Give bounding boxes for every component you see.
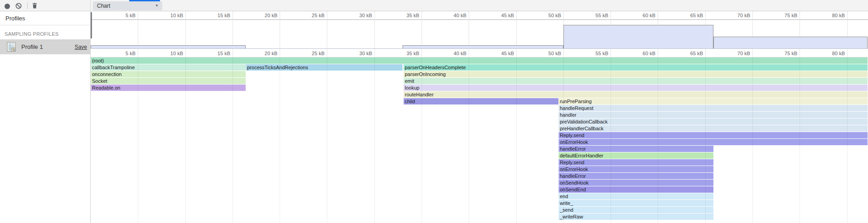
toolbar: Chart ▼ [0, 0, 868, 11]
ruler-tick-label: 25 kB [293, 13, 325, 18]
flame-frame[interactable]: child [403, 98, 558, 104]
sidebar-item-profile-1[interactable]: % Profile 1 Save [0, 39, 91, 54]
gridline [327, 20, 327, 48]
gridline [752, 11, 753, 20]
flame-frame[interactable]: write_ [558, 200, 713, 206]
toolbar-separator [27, 2, 28, 9]
ruler-tick-label: 75 kB [766, 51, 797, 56]
record-icon[interactable] [5, 4, 10, 9]
flame-frame[interactable]: runPreParsing [558, 98, 868, 104]
gridline [469, 49, 469, 57]
gridline [280, 20, 280, 48]
ruler-tick-label: 60 kB [624, 13, 655, 18]
flame-frame[interactable]: Reply.send [558, 132, 868, 138]
gridline [233, 57, 233, 223]
gridline [422, 20, 422, 48]
flame-frame[interactable]: handleError [558, 173, 713, 179]
gridline [185, 57, 186, 223]
sidebar: Profiles SAMPLING PROFILES % Profile 1 S… [0, 11, 91, 223]
gridline [327, 49, 327, 57]
gridline [800, 49, 800, 57]
flame-frame[interactable]: Socket [91, 78, 246, 84]
flame-frame[interactable]: routeHandler [403, 91, 868, 98]
flame-frame[interactable]: callbackTrampoline [91, 64, 246, 71]
gridline [800, 11, 800, 20]
flame-frame[interactable]: (root) [91, 57, 868, 64]
gridline [233, 11, 233, 20]
ruler-tick-label: 20 kB [246, 51, 277, 56]
ruler-tick-label: 50 kB [529, 51, 561, 56]
heap-profile-icon: % [7, 42, 16, 53]
profile-name: Profile 1 [21, 43, 43, 50]
flame-frame[interactable]: Reply.send [558, 159, 713, 166]
ruler-tick-label: 65 kB [671, 51, 703, 56]
flame-frame[interactable]: onErrorHook [558, 166, 713, 172]
save-profile-link[interactable]: Save [75, 44, 87, 50]
ruler-tick-label: 15 kB [199, 51, 230, 56]
overview-timeline[interactable] [91, 20, 868, 48]
overview-ruler: 5 kB10 kB15 kB20 kB25 kB30 kB35 kB40 kB4… [91, 11, 868, 20]
gridline [327, 11, 327, 20]
ruler-tick-label: 30 kB [340, 51, 372, 56]
flame-frame[interactable]: emit [403, 78, 868, 84]
ruler-tick-label: 45 kB [482, 51, 514, 56]
gridline [422, 49, 422, 57]
gridline [563, 57, 564, 223]
flame-frame[interactable]: onSendEnd [558, 186, 713, 193]
gridline [516, 49, 517, 57]
gridline [469, 11, 469, 20]
flame-frame[interactable]: processTicksAndRejections [246, 64, 402, 71]
view-mode-value: Chart [97, 1, 110, 10]
ruler-tick-label: 5 kB [104, 51, 136, 56]
flame-frame[interactable]: onErrorHook [558, 139, 868, 145]
gridline [374, 20, 375, 48]
ruler-tick-label: 65 kB [671, 13, 703, 18]
active-tab-indicator [129, 0, 160, 1]
dropdown-arrow-icon: ▼ [155, 1, 159, 10]
gridline [563, 11, 564, 20]
flame-frame[interactable]: _send [558, 207, 713, 213]
ruler-tick-label: 80 kB [813, 51, 845, 56]
flame-frame[interactable]: onconnection [91, 71, 246, 77]
gridline [422, 11, 422, 20]
gridline [280, 49, 280, 57]
flame-frame[interactable]: handleRequest [558, 105, 868, 111]
gridline [185, 11, 186, 20]
gridline [516, 20, 517, 48]
flame-frame[interactable]: handler [558, 112, 868, 118]
ruler-tick-label: 35 kB [388, 51, 419, 56]
gridline [374, 49, 375, 57]
flame-frame[interactable]: preHandlerCallback [558, 125, 868, 132]
gridline [185, 49, 186, 57]
flame-frame[interactable]: preValidationCallback [558, 119, 868, 125]
flame-frame[interactable]: handleError [558, 146, 713, 152]
gridline [138, 20, 138, 48]
clear-icon[interactable] [15, 3, 22, 11]
gridline [847, 49, 848, 57]
flame-frame[interactable]: defaultErrorHandler [558, 152, 713, 159]
ruler-tick-label: 40 kB [435, 51, 466, 56]
ruler-tick-label: 45 kB [482, 13, 514, 18]
ruler-tick-label: 25 kB [293, 51, 325, 56]
flame-frame[interactable]: Readable.on [91, 85, 246, 91]
ruler-tick-label: 55 kB [577, 13, 608, 18]
gridline [658, 49, 658, 57]
flame-chart: (root)callbackTrampolineprocessTicksAndR… [91, 57, 868, 223]
ruler-tick-label: 20 kB [246, 13, 277, 18]
ruler-tick-label: 80 kB [813, 13, 845, 18]
flame-frame[interactable]: parserOnHeadersComplete [403, 64, 868, 71]
overview-step [91, 45, 246, 48]
ruler-tick-label: 15 kB [199, 13, 230, 18]
gridline [138, 57, 138, 223]
trash-icon[interactable] [31, 2, 38, 11]
flame-frame[interactable]: onSendHook [558, 180, 713, 186]
detail-ruler: 5 kB10 kB15 kB20 kB25 kB30 kB35 kB40 kB4… [91, 48, 868, 57]
flame-frame[interactable]: parserOnIncoming [403, 71, 868, 77]
overview-left-handle[interactable] [91, 12, 92, 38]
flame-frame[interactable]: end [558, 193, 713, 199]
gridline [233, 20, 233, 48]
view-mode-select[interactable]: Chart ▼ [93, 1, 162, 10]
flame-frame[interactable]: lookup [403, 85, 868, 91]
flame-frame[interactable]: _writeRaw [558, 214, 713, 220]
sidebar-divider [0, 25, 91, 25]
